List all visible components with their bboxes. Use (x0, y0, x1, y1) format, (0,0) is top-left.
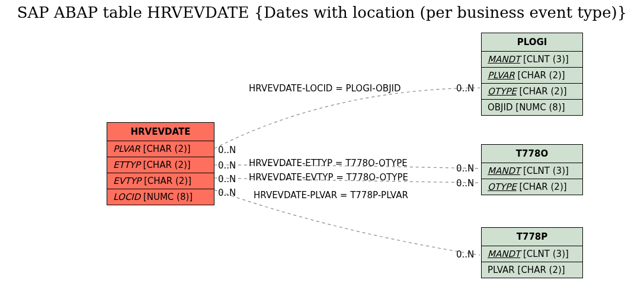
entity-hrvevdate-field-evtyp: EVTYP [CHAR (2)] (107, 173, 214, 189)
entity-plogi-field-plvar: PLVAR [CHAR (2)] (482, 68, 582, 84)
cardinality-left-1: 0..N (218, 145, 236, 155)
entity-plogi-field-otype: OTYPE [CHAR (2)] (482, 84, 582, 100)
relation-label-ettyp: HRVEVDATE-ETTYP = T778O-OTYPE (249, 158, 408, 169)
entity-t778p: T778P MANDT [CLNT (3)] PLVAR [CHAR (2)] (481, 227, 583, 278)
entity-plogi-header: PLOGI (482, 33, 582, 52)
cardinality-left-3: 0..N (218, 174, 236, 185)
entity-plogi-field-objid: OBJID [NUMC (8)] (482, 100, 582, 115)
entity-t778o-field-otype: OTYPE [CHAR (2)] (482, 179, 582, 195)
entity-hrvevdate: HRVEVDATE PLVAR [CHAR (2)] ETTYP [CHAR (… (107, 122, 214, 205)
relation-label-plvar: HRVEVDATE-PLVAR = T778P-PLVAR (254, 190, 408, 201)
cardinality-right-t778o-2: 0..N (456, 178, 474, 189)
cardinality-right-plogi: 0..N (456, 83, 474, 94)
entity-t778p-field-mandt: MANDT [CLNT (3)] (482, 246, 582, 262)
entity-t778p-field-plvar: PLVAR [CHAR (2)] (482, 262, 582, 278)
page-title: SAP ABAP table HRVEVDATE {Dates with loc… (0, 4, 644, 21)
entity-plogi-field-mandt: MANDT [CLNT (3)] (482, 52, 582, 68)
entity-hrvevdate-field-locid: LOCID [NUMC (8)] (107, 189, 214, 205)
cardinality-left-4: 0..N (218, 187, 236, 198)
entity-plogi: PLOGI MANDT [CLNT (3)] PLVAR [CHAR (2)] … (481, 33, 583, 116)
entity-t778o-field-mandt: MANDT [CLNT (3)] (482, 163, 582, 179)
cardinality-left-2: 0..N (218, 160, 236, 171)
entity-t778o: T778O MANDT [CLNT (3)] OTYPE [CHAR (2)] (481, 144, 583, 195)
entity-hrvevdate-field-plvar: PLVAR [CHAR (2)] (107, 141, 214, 157)
cardinality-right-t778o-1: 0..N (456, 163, 474, 174)
entity-t778o-header: T778O (482, 145, 582, 163)
entity-t778p-header: T778P (482, 228, 582, 246)
entity-hrvevdate-header: HRVEVDATE (107, 123, 214, 141)
entity-hrvevdate-field-ettyp: ETTYP [CHAR (2)] (107, 157, 214, 173)
relation-label-locid: HRVEVDATE-LOCID = PLOGI-OBJID (249, 83, 401, 94)
relation-label-evtyp: HRVEVDATE-EVTYP = T778O-OTYPE (249, 172, 408, 183)
cardinality-right-t778p: 0..N (456, 249, 474, 260)
